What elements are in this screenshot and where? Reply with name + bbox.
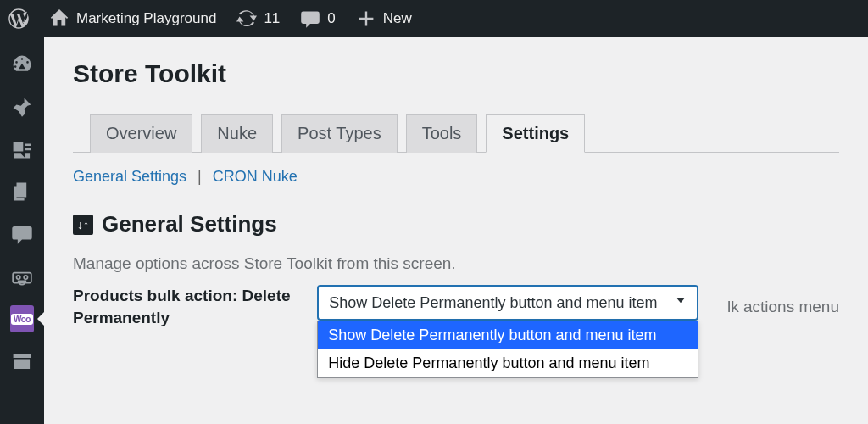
- sidenav-media[interactable]: [10, 137, 34, 161]
- sidenav-posts[interactable]: [10, 95, 34, 119]
- woo-icon: Woo: [11, 314, 33, 325]
- site-name: Marketing Playground: [76, 10, 216, 27]
- field-label-delete-permanently: Products bulk action: Delete Permanently: [73, 285, 295, 328]
- tab-post-types[interactable]: Post Types: [281, 114, 398, 153]
- sidenav-woocommerce[interactable]: Woo: [10, 307, 34, 331]
- new-content-link[interactable]: New: [356, 8, 412, 29]
- option-hide-delete[interactable]: Hide Delete Permanently button and menu …: [318, 349, 698, 377]
- chevron-down-icon: [673, 293, 688, 313]
- tab-bar: Overview Nuke Post Types Tools Settings: [73, 114, 839, 153]
- bulk-action-select[interactable]: Show Delete Permanently button and menu …: [317, 285, 698, 321]
- home-icon: [49, 8, 70, 29]
- media-icon: [11, 138, 33, 160]
- page-title: Store Toolkit: [73, 59, 839, 88]
- gauge-icon: [11, 53, 33, 75]
- site-link[interactable]: Marketing Playground: [49, 8, 216, 29]
- sidenav-pages[interactable]: [10, 180, 34, 204]
- sublink-cron-nuke[interactable]: CRON Nuke: [213, 168, 298, 185]
- updates-count: 11: [264, 10, 280, 27]
- comments-count: 0: [327, 10, 335, 27]
- section-title: General Settings: [102, 211, 277, 237]
- pages-icon: [11, 181, 33, 203]
- section-description: Manage options across Store Toolkit from…: [73, 254, 839, 273]
- settings-badge-icon: ↓↑: [73, 215, 93, 235]
- new-label: New: [383, 10, 412, 27]
- option-show-delete[interactable]: Show Delete Permanently button and menu …: [318, 321, 698, 349]
- select-current-value: Show Delete Permanently button and menu …: [329, 294, 657, 312]
- sidenav-feedback[interactable]: [10, 265, 34, 288]
- sublink-separator: |: [198, 168, 202, 185]
- comment-icon: [300, 8, 320, 29]
- sub-nav: General Settings | CRON Nuke: [73, 168, 839, 186]
- plus-icon: [356, 8, 376, 29]
- wp-logo[interactable]: [8, 8, 29, 29]
- bulk-action-dropdown: Show Delete Permanently button and menu …: [317, 321, 698, 378]
- tab-nuke[interactable]: Nuke: [201, 114, 273, 153]
- updates-link[interactable]: 11: [236, 8, 280, 29]
- tab-overview[interactable]: Overview: [90, 114, 192, 153]
- archive-icon: [11, 350, 33, 372]
- tab-settings[interactable]: Settings: [486, 114, 585, 153]
- robot-icon: [11, 265, 33, 287]
- sublink-general[interactable]: General Settings: [73, 168, 186, 185]
- sidenav-dashboard[interactable]: [10, 53, 34, 76]
- trailing-help-text: lk actions menu: [727, 298, 839, 316]
- sidenav-archive[interactable]: [10, 349, 34, 373]
- sidenav-comments[interactable]: [10, 222, 34, 246]
- comments-link[interactable]: 0: [300, 8, 335, 29]
- pin-icon: [11, 96, 33, 118]
- comment-icon: [11, 223, 33, 245]
- tab-tools[interactable]: Tools: [406, 114, 478, 153]
- wordpress-icon: [8, 8, 29, 29]
- update-icon: [236, 8, 257, 29]
